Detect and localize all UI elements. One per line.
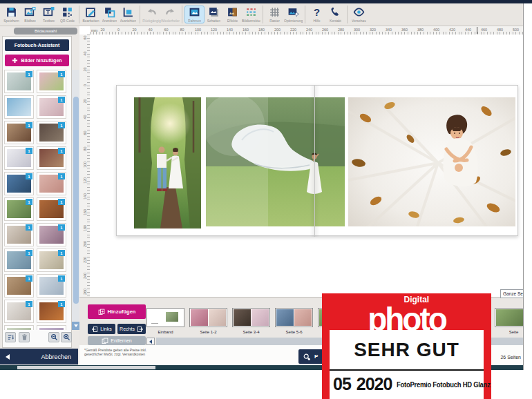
sidebar-scrollbar-thumb[interactable] [73, 97, 79, 304]
ruler-tick: 420 [444, 28, 460, 32]
photo-thumbnail[interactable]: 1 [37, 300, 66, 323]
delete-image-button[interactable] [19, 332, 30, 342]
help-button[interactable]: ?Hilfe [307, 6, 326, 23]
frame-button[interactable]: Rahmen [184, 6, 205, 23]
color-correction-button[interactable]: Bildkorrektur [242, 6, 260, 23]
page-preview [146, 308, 184, 327]
photo-bride-veil[interactable] [206, 97, 345, 226]
photo-thumbnail[interactable]: 1 [4, 197, 34, 221]
photo-thumbnail[interactable]: 1 [4, 249, 34, 272]
toolbar-item-label: Optimierung [284, 19, 303, 23]
zoom-in-button[interactable] [61, 332, 72, 342]
usage-count-badge: 1 [26, 122, 32, 128]
fotobuch-assistent-button[interactable]: Fotobuch-Assistent [5, 39, 69, 51]
preview-button[interactable]: Vorschau [350, 6, 368, 23]
sidebar-scroll-down-button[interactable] [72, 322, 79, 330]
page-preview [275, 308, 313, 327]
sort-button[interactable] [5, 332, 16, 342]
toolbar-item-label: QR-Code [60, 19, 75, 23]
text-box-button[interactable]: Textbox [39, 6, 58, 23]
toolbar-separator [79, 6, 79, 23]
ruler-tick: 380 [412, 28, 428, 32]
photo-thumbnail[interactable]: 1 [37, 274, 66, 298]
page-preview [189, 308, 227, 327]
filmstrip-page[interactable]: Seite 1-2 [189, 308, 227, 334]
thumbnail-image [39, 328, 64, 330]
remove-page-button[interactable]: Entfernen [88, 336, 146, 345]
ruler-tick: 220 [79, 255, 90, 265]
cancel-button[interactable]: Abbrechen [0, 349, 78, 364]
ruler-tick: 480 [492, 28, 508, 32]
photo-thumbnail[interactable] [4, 95, 34, 119]
photo-thumbnail[interactable]: 1 [37, 70, 66, 93]
redo-button[interactable]: Wiederholen [161, 6, 180, 23]
usage-count-badge: 1 [58, 275, 65, 282]
contact-button[interactable]: Kontakt [326, 6, 345, 23]
move-left-button[interactable]: Links [88, 324, 115, 334]
photo-thumbnail[interactable]: 1 [4, 70, 34, 93]
add-images-button[interactable]: Bilder hinzufügen [5, 55, 69, 66]
ruler-tick: 100 [79, 159, 90, 170]
photo-thumbnail[interactable]: 1 [37, 197, 66, 221]
photo-thumbnail[interactable]: 1 [4, 121, 34, 144]
add-page-button[interactable]: Hinzufügen [88, 304, 146, 319]
photo-thumbnail[interactable]: 1 [37, 95, 66, 119]
photo-thumbnail[interactable]: 1 [37, 121, 66, 144]
filmstrip-page[interactable]: Einband [146, 308, 184, 334]
move-right-button[interactable]: Rechts [117, 324, 146, 334]
photo-thumbnail[interactable] [37, 325, 66, 330]
effects-button[interactable]: Effekte [223, 6, 242, 23]
toolbar-item-label: Raster [269, 19, 280, 23]
product-name: FotoPremio Fotobuch HD Glanz [397, 380, 491, 389]
photo-thumbnail[interactable]: 1 [37, 172, 66, 195]
photo-thumbnail[interactable]: 1 [37, 249, 66, 272]
qr-code-button[interactable]: QR-Code [58, 6, 77, 23]
photo-thumbnail[interactable]: 1 [4, 274, 34, 298]
cover-photo [166, 312, 178, 322]
ruler-tick: 80 [174, 28, 190, 32]
image-box-button[interactable]: Bildbox [21, 6, 39, 23]
edit-icon [85, 6, 97, 18]
filmstrip-page[interactable]: Seite 5-6 [275, 308, 313, 334]
photo-couple-park[interactable] [134, 97, 201, 228]
toolbar-item-label: Bildbox [24, 19, 35, 23]
photo-thumbnail[interactable]: 1 [37, 223, 66, 246]
grid-button[interactable]: Raster [265, 6, 284, 23]
edit-button[interactable]: Bearbeiten [82, 6, 100, 23]
page-preview-image [294, 309, 312, 326]
ruler-tick: 260 [79, 286, 90, 297]
add-images-label: Bilder hinzufügen [21, 58, 61, 63]
toolbar-item-label: Wiederholen [161, 19, 180, 23]
qr-code-icon [61, 6, 73, 18]
save-button[interactable]: Speichern [2, 6, 21, 23]
issue-month: 05 [333, 374, 351, 394]
undo-icon [146, 6, 158, 18]
align-button[interactable]: Ausrichten [119, 6, 137, 23]
add-page-label: Hinzufügen [108, 309, 136, 315]
filmstrip-page[interactable]: Seite 3-4 [232, 308, 270, 334]
photo-thumbnail[interactable] [4, 325, 34, 330]
page-preview-image [191, 309, 208, 326]
fold-shading-right [315, 86, 320, 237]
photo-thumbnail[interactable]: 1 [4, 172, 34, 195]
ruler-tick: 40 [142, 28, 158, 32]
photo-thumbnail[interactable]: 1 [4, 146, 34, 170]
vertical-ruler-ticks: 6040200204060801001201401601802002202402… [79, 35, 90, 297]
album-spread[interactable] [116, 85, 518, 236]
undo-button[interactable]: Rückgängig [142, 6, 161, 23]
zoom-out-icon [50, 333, 58, 341]
filmstrip-scroll-left-button[interactable] [146, 338, 155, 345]
photo-bride-leaves[interactable] [348, 97, 515, 226]
zoom-out-button[interactable] [48, 332, 59, 342]
arrange-button[interactable]: Anordnen [100, 6, 119, 23]
optimize-button[interactable]: Optimierung [284, 6, 303, 23]
svg-text:?: ? [314, 7, 320, 18]
image-selection-header: Bildauswahl [14, 28, 77, 35]
filmstrip-page-label: Seite 5-6 [275, 330, 313, 334]
ruler-tick: 300 [349, 28, 365, 32]
shadow-button[interactable]: Schatten [205, 6, 223, 23]
ruler-tick: 200 [79, 239, 90, 249]
photo-thumbnail[interactable]: 1 [4, 300, 34, 323]
photo-thumbnail[interactable]: 1 [37, 146, 66, 170]
photo-thumbnail[interactable]: 1 [4, 223, 34, 246]
